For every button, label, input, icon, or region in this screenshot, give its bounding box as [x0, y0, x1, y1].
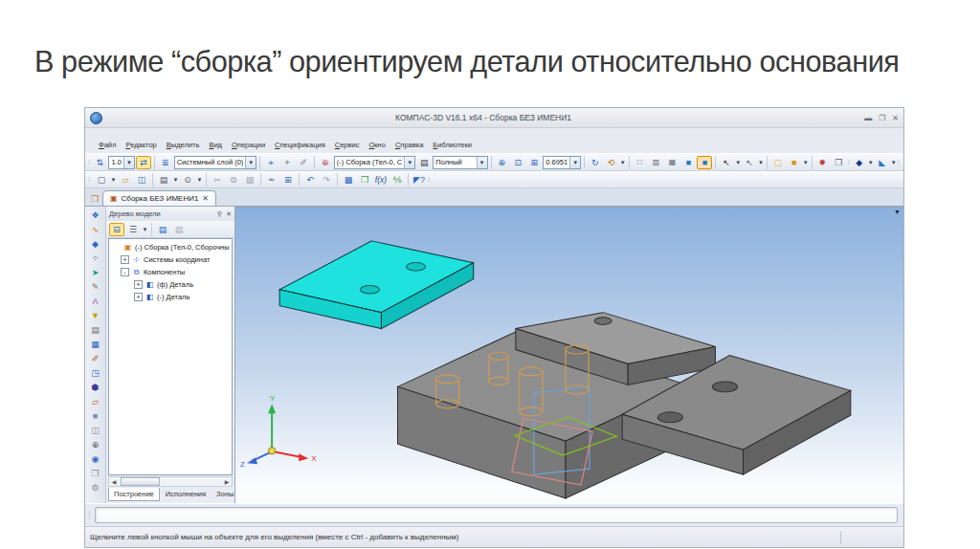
solid-cube-icon[interactable]: ■	[88, 409, 103, 423]
menu-service[interactable]: Сервис	[331, 139, 364, 151]
zoom-scale-combo[interactable]: 0.6951▼	[543, 156, 581, 169]
specification-icon[interactable]: ▤	[88, 323, 103, 337]
edit-sketch-icon[interactable]: ✐	[296, 156, 311, 169]
display-mode-combo[interactable]: Полный▼	[433, 156, 487, 169]
section-box-icon[interactable]: ▢	[770, 156, 786, 169]
globe-icon[interactable]: ✹	[814, 156, 830, 169]
hidden-lines-mode-icon[interactable]: ▥	[648, 156, 663, 169]
expand-icon[interactable]: +	[121, 255, 129, 264]
menu-file[interactable]: Файл	[95, 139, 120, 151]
new-document-icon[interactable]: ▢	[94, 173, 109, 187]
select-filter-icon[interactable]: ↖	[719, 156, 734, 169]
chevron-down-icon[interactable]: ▼	[758, 160, 764, 165]
collapse-icon[interactable]: -	[121, 268, 129, 276]
body-elements-icon[interactable]: ⬢	[88, 381, 103, 394]
viewport-3d[interactable]: ▼	[235, 207, 903, 503]
print-icon[interactable]: ▤	[156, 173, 171, 187]
chevron-down-icon[interactable]: ▼	[142, 227, 148, 232]
tree-item-components[interactable]: - ⧉ Компоненты	[109, 266, 232, 278]
calculator-icon[interactable]: ▩	[341, 173, 356, 187]
filters-icon[interactable]: ▼	[88, 309, 103, 322]
solid-tools-icon[interactable]: ◣	[875, 156, 890, 169]
menu-operations[interactable]: Операции	[228, 139, 269, 151]
zoom-frame-icon[interactable]: ⊡	[510, 156, 525, 169]
expand-icon[interactable]: +	[134, 293, 143, 301]
mates-icon[interactable]: ✎	[88, 280, 103, 294]
combo-arrow-icon[interactable]: ▼	[477, 157, 487, 168]
combo-arrow-icon[interactable]: ▼	[404, 157, 414, 168]
menu-specification[interactable]: Спецификация	[271, 139, 329, 151]
context-combo[interactable]: (-) Сборка (Тел-0, С▼	[334, 156, 416, 169]
toolbar-grip[interactable]: ⁞	[88, 173, 93, 187]
tree-extra-icon[interactable]: ▤	[171, 223, 187, 236]
menu-select[interactable]: Выделить	[163, 139, 204, 151]
design-elements-icon[interactable]: ✐	[88, 352, 103, 365]
minimize-button[interactable]: ▬	[864, 114, 872, 122]
chevron-down-icon[interactable]: ▼	[620, 160, 626, 165]
surfaces-icon[interactable]: ◆	[88, 237, 103, 251]
tree-report-icon[interactable]: ▤	[155, 223, 170, 236]
component-insert-icon[interactable]: ■	[787, 156, 802, 169]
measurements-icon[interactable]: A	[88, 295, 103, 308]
menu-window[interactable]: Окно	[365, 139, 389, 151]
variables-icon[interactable]: ❒	[357, 173, 372, 187]
layers-icon[interactable]: ≣	[158, 156, 173, 169]
open-icon[interactable]: ▱	[118, 173, 133, 187]
toolbar-grip[interactable]: ⁞	[428, 173, 433, 187]
tab-construction[interactable]: Построение	[108, 488, 160, 501]
toolbar-grip[interactable]: ⁞	[898, 156, 901, 169]
chevron-down-icon[interactable]: ▼	[868, 160, 874, 165]
hidden-removed-mode-icon[interactable]: ▦	[664, 156, 679, 169]
save-icon[interactable]: ◫	[134, 173, 149, 187]
local-csys-icon[interactable]: ⌖	[263, 156, 278, 169]
tree-item-part[interactable]: + ◧ (-) Деталь	[109, 291, 232, 303]
tree-item-coordinate-systems[interactable]: + ⊹ Системы координат	[109, 253, 232, 266]
undo-icon[interactable]: ↶	[302, 173, 318, 187]
scrollbar-thumb[interactable]	[121, 477, 160, 486]
paste-icon[interactable]: ▨	[242, 173, 257, 187]
auxiliary-geometry-icon[interactable]: ➤	[88, 266, 103, 279]
message-field[interactable]	[95, 507, 898, 523]
pin-icon[interactable]: ⚲	[217, 210, 222, 218]
toolbar-grip[interactable]: ⁞	[847, 156, 850, 169]
document-tab[interactable]: ▣ Сборка БЕЗ ИМЕНИ1 ✕	[102, 190, 216, 206]
new-window-icon[interactable]: ❐	[831, 156, 846, 169]
settings-icon[interactable]: ⚙	[88, 481, 103, 494]
snap-toggle-icon[interactable]: ⇄	[136, 156, 151, 169]
window-tool-icon[interactable]: ❐	[88, 467, 103, 480]
window-list-icon[interactable]: ❒	[87, 194, 102, 204]
reports-icon[interactable]: ▦	[88, 338, 103, 351]
restore-button[interactable]: ❐	[879, 114, 885, 122]
fx-icon[interactable]: f(x)	[373, 173, 389, 187]
shaded-edges-mode-icon[interactable]: ■	[697, 156, 712, 169]
orientation-icon[interactable]: ⟲	[604, 156, 619, 169]
line-weight-icon[interactable]: ⇅	[92, 156, 107, 169]
combo-arrow-icon[interactable]: ▼	[245, 157, 256, 168]
select-by-type-icon[interactable]: ↖	[742, 156, 757, 169]
panel-grip[interactable]: ⁞	[88, 511, 91, 520]
redo-icon[interactable]: ↷	[319, 173, 334, 187]
phantom-icon[interactable]: ✦	[279, 156, 295, 169]
close-button[interactable]: ✕	[892, 114, 899, 122]
scroll-right-icon[interactable]: ▶	[222, 478, 232, 485]
menu-help[interactable]: Справка	[391, 139, 427, 151]
tree-horizontal-scrollbar[interactable]: ◀ ▶	[108, 476, 233, 487]
sketch-icon[interactable]: ▱	[88, 395, 103, 408]
tree-item-part-fixed[interactable]: + ◧ (ф) Деталь	[109, 278, 232, 291]
insert-table-icon[interactable]: ⊞	[280, 173, 296, 187]
wireframe-mode-icon[interactable]: □	[632, 156, 647, 169]
toolbar-grip[interactable]: ⁞	[88, 156, 91, 169]
tree-structure-icon[interactable]: ⊟	[109, 223, 124, 236]
chevron-down-icon[interactable]: ▼	[110, 177, 117, 183]
context-help-icon[interactable]: ◤?	[412, 173, 427, 187]
zoom-in-icon[interactable]: ⊕	[494, 156, 509, 169]
expand-icon[interactable]: +	[134, 280, 143, 289]
tab-executions[interactable]: Исполнения	[161, 488, 211, 500]
print-preview-icon[interactable]: ⊙	[180, 173, 195, 187]
chevron-down-icon[interactable]: ▼	[196, 177, 203, 183]
rotate-icon[interactable]: ↻	[588, 156, 603, 169]
lock-icon[interactable]: ◉	[88, 452, 103, 466]
prism-icon[interactable]: ◫	[88, 424, 103, 437]
menu-libraries[interactable]: Библиотеки	[429, 139, 476, 151]
viewport-menu-icon[interactable]: ▼	[894, 209, 901, 215]
